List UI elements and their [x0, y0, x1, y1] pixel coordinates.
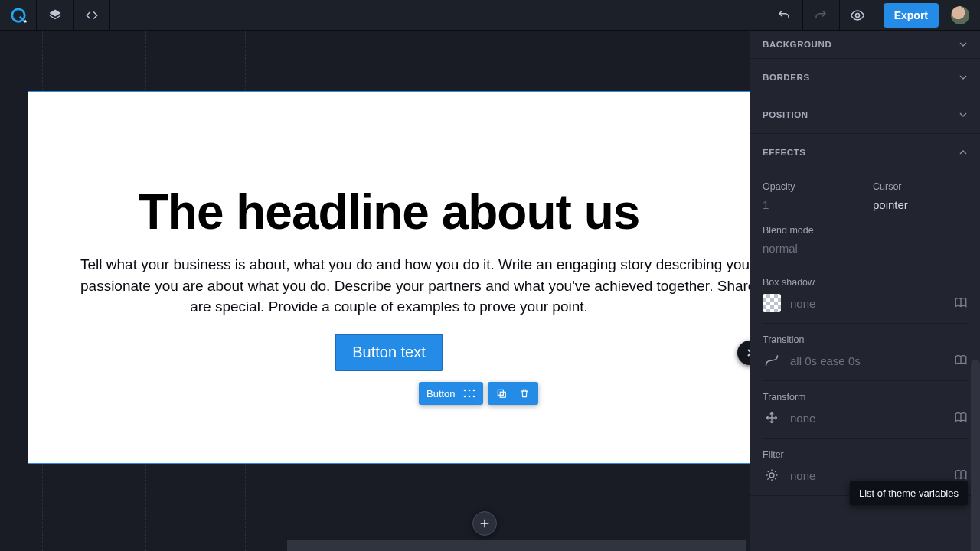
- export-button[interactable]: Export: [884, 3, 939, 28]
- canvas-frame[interactable]: The headline about us Tell what your bus…: [28, 92, 750, 463]
- section-background[interactable]: Background: [750, 31, 980, 58]
- bottom-strip: [287, 540, 746, 551]
- preview-button[interactable]: [839, 0, 876, 31]
- svg-point-2: [856, 13, 860, 17]
- layers-icon: [48, 8, 62, 22]
- transform-input[interactable]: none: [790, 412, 815, 425]
- theme-vars-icon[interactable]: [954, 354, 968, 367]
- boxshadow-label: Box shadow: [763, 277, 968, 288]
- eye-icon: [850, 8, 865, 23]
- section-position[interactable]: Position: [750, 96, 980, 133]
- canvas-button[interactable]: Button text: [335, 334, 443, 370]
- blend-label: Blend mode: [763, 225, 968, 236]
- code-icon: [85, 8, 99, 22]
- boxshadow-swatch[interactable]: [763, 294, 781, 312]
- logo-button[interactable]: [0, 0, 37, 31]
- redo-button: [802, 0, 839, 31]
- chevron-down-icon: [959, 40, 968, 49]
- panel-scrollbar[interactable]: [971, 360, 980, 551]
- delete-button[interactable]: [515, 384, 534, 403]
- chevron-down-icon: [959, 110, 968, 119]
- topbar: Export: [0, 0, 980, 31]
- move-icon[interactable]: [763, 409, 781, 427]
- duplicate-button[interactable]: [492, 384, 511, 403]
- svg-point-8: [472, 396, 475, 398]
- opacity-label: Opacity: [763, 181, 858, 192]
- boxshadow-input[interactable]: none: [790, 297, 815, 310]
- trash-icon: [519, 388, 530, 399]
- svg-point-7: [468, 396, 470, 398]
- plus-icon: [479, 517, 491, 530]
- cursor-input[interactable]: pointer: [873, 198, 968, 211]
- svg-point-6: [463, 396, 466, 398]
- code-button[interactable]: [74, 0, 110, 31]
- headline-text[interactable]: The headline about us: [80, 184, 697, 240]
- opacity-input[interactable]: 1: [763, 198, 858, 211]
- drag-dots-icon[interactable]: [463, 389, 475, 398]
- paragraph-text[interactable]: Tell what your business is about, what y…: [80, 254, 697, 318]
- transform-label: Transform: [763, 392, 968, 403]
- undo-icon: [777, 8, 791, 22]
- redo-icon: [814, 8, 828, 22]
- stage: The headline about us Tell what your bus…: [0, 31, 750, 551]
- undo-button[interactable]: [766, 0, 802, 31]
- logo-icon: [10, 7, 27, 24]
- svg-point-4: [468, 390, 470, 392]
- layers-button[interactable]: [37, 0, 74, 31]
- chevron-down-icon: [959, 73, 968, 82]
- transition-curve-icon[interactable]: [763, 351, 781, 370]
- theme-vars-icon[interactable]: [954, 411, 968, 425]
- filter-input[interactable]: none: [790, 469, 815, 482]
- tooltip: List of theme variables: [850, 481, 968, 505]
- svg-point-5: [472, 390, 475, 392]
- section-effects[interactable]: Effects: [750, 134, 980, 171]
- transition-input[interactable]: all 0s ease 0s: [790, 354, 861, 367]
- duplicate-icon: [496, 388, 507, 399]
- svg-point-3: [463, 390, 466, 392]
- style-panel: Background Borders Position Effects Opac…: [750, 31, 980, 551]
- brightness-icon[interactable]: [763, 466, 781, 484]
- element-toolbar: Button: [419, 382, 538, 405]
- avatar[interactable]: [951, 6, 969, 24]
- theme-vars-icon[interactable]: [954, 296, 968, 310]
- svg-point-11: [769, 473, 774, 478]
- transition-label: Transition: [763, 334, 968, 345]
- section-borders[interactable]: Borders: [750, 59, 980, 96]
- filter-label: Filter: [763, 449, 968, 460]
- element-label: Button: [426, 388, 456, 399]
- theme-vars-icon[interactable]: [954, 468, 968, 482]
- element-label-pill[interactable]: Button: [419, 382, 483, 405]
- add-block-button[interactable]: [472, 511, 497, 536]
- blend-input[interactable]: normal: [763, 242, 968, 255]
- cursor-label: Cursor: [873, 181, 968, 192]
- chevron-up-icon: [959, 148, 968, 157]
